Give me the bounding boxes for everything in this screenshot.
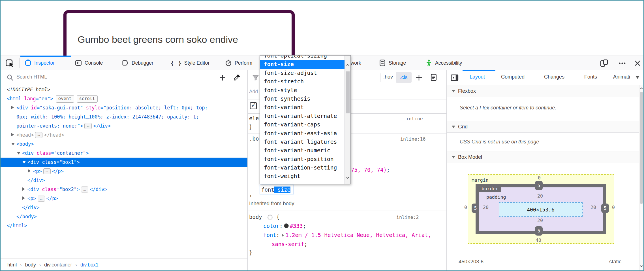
collapse-arrow-icon[interactable] [11, 143, 15, 145]
sidebar-toggle-icon[interactable] [450, 73, 459, 82]
autocomplete-item-font-size[interactable]: font-size [260, 60, 345, 69]
add-class-input[interactable]: Add [249, 89, 258, 95]
tree-row[interactable]: <p>…</p> [1, 167, 247, 176]
tree-row[interactable]: <div class="box1"> [1, 158, 247, 167]
eyedropper-icon[interactable] [232, 73, 241, 82]
rule-source-link[interactable]: inline:2 [396, 215, 419, 220]
section-grid[interactable]: Grid [447, 121, 639, 133]
body-decl-color[interactable]: color:#333; [263, 223, 306, 229]
element-rule-selector[interactable]: ele [249, 115, 259, 121]
event-badge[interactable]: event [56, 95, 74, 103]
border-top-value[interactable]: 5 [535, 181, 543, 190]
autocomplete-item-font-variant-numeric[interactable]: font-variant-numeric [260, 146, 345, 155]
tree-row[interactable]: <body> [1, 139, 247, 149]
expand-arrow-icon[interactable] [11, 133, 14, 136]
tree-row[interactable]: <html lang="en">eventscroll [1, 94, 247, 103]
autocomplete-item-font-weight[interactable]: font-weight [260, 172, 345, 181]
tree-row[interactable]: <div class="box2">…</div> [1, 185, 247, 194]
padding-top-value[interactable]: 20 [537, 193, 543, 199]
collapsed-content-pill[interactable]: … [38, 196, 45, 202]
collapsed-content-pill[interactable]: … [35, 132, 42, 138]
breadcrumb-item-div-box1[interactable]: div.box1 [80, 262, 99, 268]
color-swatch[interactable] [284, 223, 289, 228]
breadcrumb-item-html[interactable]: html [7, 262, 17, 268]
border-bottom-value[interactable]: 5 [535, 226, 543, 236]
scrollbar-thumb[interactable] [640, 92, 643, 204]
box-model-content[interactable]: 400×153.6 [499, 202, 583, 217]
tree-row[interactable]: <div class="container"> [1, 149, 247, 158]
autocomplete-item-font-stretch[interactable]: font-stretch [260, 77, 345, 86]
sidebar-tab-computed[interactable]: Computed [501, 74, 525, 80]
scrollbar[interactable] [345, 56, 350, 184]
padding-bottom-value[interactable]: 20 [537, 218, 543, 223]
devtools-tab-console[interactable]: Console [75, 58, 103, 68]
autocomplete-item-font-variation-setting[interactable]: font-variation-setting [260, 164, 345, 172]
expand-font-icon[interactable] [282, 234, 284, 237]
box1-rule-selector[interactable]: .bo [249, 136, 259, 142]
autocomplete-item-font-variant-ligatures[interactable]: font-variant-ligatures [260, 138, 345, 146]
selector-highlighter-icon[interactable] [267, 214, 273, 221]
autocomplete-item-font-variant-position[interactable]: font-variant-position [260, 155, 345, 164]
sidebar-tab-layout[interactable]: Layout [470, 74, 485, 80]
close-icon[interactable] [632, 58, 643, 68]
tree-row[interactable]: <!DOCTYPE html> [1, 85, 247, 94]
class-checkbox[interactable]: ✓ [250, 102, 257, 109]
body-rule-selector[interactable]: body [249, 214, 262, 220]
sidebar-tab-animati[interactable]: Animati [613, 74, 630, 80]
autocomplete-item-font-synthesis[interactable]: font-synthesis [260, 95, 345, 103]
print-simulation-icon[interactable] [429, 73, 438, 82]
add-rule-icon[interactable] [414, 73, 423, 82]
section-flexbox[interactable]: Flexbox [447, 85, 639, 97]
devtools-tab-accessibility[interactable]: Accessibility [425, 58, 462, 68]
scroll-up-icon[interactable] [346, 63, 350, 67]
node-picker-icon[interactable] [5, 58, 15, 69]
collapse-arrow-icon[interactable] [17, 152, 20, 154]
property-name-editor[interactable]: font-size [260, 185, 294, 194]
autocomplete-item-font-optical-sizing[interactable]: font-optical-sizing [260, 55, 345, 60]
search-input[interactable]: Search HTML [16, 74, 47, 80]
collapsed-content-pill[interactable]: … [43, 168, 51, 174]
more-options-icon[interactable] [617, 58, 627, 68]
scroll-down-icon[interactable] [639, 264, 643, 268]
autocomplete-item-font-variant-alternate[interactable]: font-variant-alternate [260, 112, 345, 120]
tree-row[interactable]: </body> [1, 212, 247, 221]
devtools-tab-perform[interactable]: Perform [225, 58, 252, 68]
class-toggle[interactable]: .cls [396, 72, 412, 83]
expand-arrow-icon[interactable] [11, 106, 14, 109]
tree-row[interactable]: </div> [1, 176, 247, 185]
event-badge[interactable]: scroll [77, 95, 98, 103]
autocomplete-item-font-size-adjust[interactable]: font-size-adjust [260, 69, 345, 77]
pseudo-class-toggle[interactable]: :hov [383, 74, 393, 80]
sidebar-tab-fonts[interactable]: Fonts [584, 74, 597, 80]
border-right-value[interactable]: 5 [601, 204, 609, 213]
expand-arrow-icon[interactable] [22, 196, 25, 200]
rule-source-link[interactable]: inline [406, 116, 423, 121]
padding-left-value[interactable]: 20 [483, 205, 489, 210]
panel-divider[interactable] [446, 70, 447, 271]
devtools-tab-storage[interactable]: Storage [379, 58, 406, 68]
expand-arrow-icon[interactable] [22, 187, 25, 191]
tree-row[interactable]: <p>…</p> [1, 194, 247, 203]
padding-right-value[interactable]: 20 [590, 205, 596, 210]
autocomplete-item-font-variant-caps[interactable]: font-variant-caps [260, 120, 345, 129]
tab-overflow-icon[interactable] [636, 76, 639, 79]
rule-source-link[interactable]: inline:16 [400, 136, 425, 142]
margin-top-value[interactable]: 0 [538, 175, 541, 181]
body-decl-font[interactable]: font:1.2em / 1.5 Helvetica Neue, Helveti… [263, 232, 431, 238]
collapsed-content-pill[interactable]: … [84, 123, 92, 129]
scroll-up-icon[interactable] [639, 86, 643, 90]
add-node-icon[interactable] [218, 73, 227, 82]
autocomplete-item-font-variant[interactable]: font-variant [260, 103, 345, 112]
devtools-tab-inspector[interactable]: Inspector [24, 58, 55, 68]
section-box-model[interactable]: Box Model [447, 151, 639, 163]
filter-icon[interactable] [251, 73, 260, 82]
tree-row[interactable]: <head>…</head> [1, 130, 247, 139]
expand-arrow-icon[interactable] [28, 169, 31, 173]
box1-declaration-fragment[interactable]: 75, 70, 74); [351, 167, 390, 173]
collapsed-content-pill[interactable]: … [81, 187, 88, 192]
responsive-design-mode-icon[interactable] [599, 58, 609, 68]
margin-left-value[interactable]: 0 [464, 205, 467, 210]
scroll-down-icon[interactable] [346, 176, 350, 180]
devtools-tab-debugger[interactable]: Debugger [122, 58, 153, 68]
tree-row[interactable]: <div id="saka-gui-root" style="position:… [1, 103, 212, 130]
